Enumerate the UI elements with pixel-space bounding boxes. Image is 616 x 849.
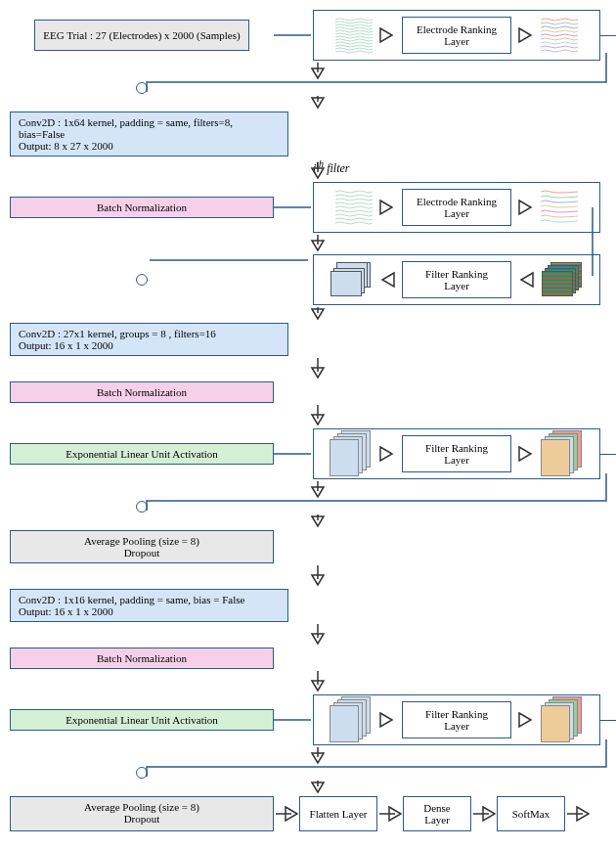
arrow-right-icon (378, 26, 396, 44)
arrow-down-icon (186, 565, 450, 587)
signal-in-icon (335, 17, 373, 54)
filter-stack-out-icon (541, 436, 584, 471)
conv-text: Conv2D : 27x1 kernel, groups = 8 , filte… (19, 328, 280, 339)
arrow-right-icon (517, 199, 535, 216)
eeg-trial-text: EEG Trial : 27 (Electrodes) x 2000 (Samp… (43, 29, 240, 41)
feedback-line (147, 258, 313, 270)
conv-text: Conv2D : 1x64 kernel, padding = same, fi… (19, 116, 280, 140)
electrode-rank-module-2: Electrode Ranking Layer (313, 182, 600, 233)
arrow-down-icon (186, 514, 450, 528)
arrow-left-icon (517, 271, 535, 289)
filter-stack-in-icon (330, 436, 373, 471)
arrow-down-icon (186, 235, 450, 252)
conv2d-3-block: Conv2D : 1x16 kernel, padding = same, bi… (10, 589, 288, 622)
arrow-right-icon (378, 199, 396, 216)
softmax-block: SoftMax (497, 796, 565, 831)
filter-rank-label: Filter Ranking Layer (402, 261, 511, 298)
arrow-down-icon (186, 405, 450, 426)
dropout-text: Dropout (19, 813, 265, 825)
arrow-down-icon (186, 307, 450, 321)
conv-out-text: Output: 8 x 27 x 2000 (19, 140, 280, 152)
connector (274, 16, 313, 55)
conv2d-1-block: Conv2D : 1x64 kernel, padding = same, fi… (10, 112, 288, 156)
conv-out-text: Output: 16 x 1 x 2000 (19, 339, 280, 351)
arrow-down-icon (186, 781, 450, 794)
signal-in-icon (335, 189, 373, 226)
conv-text: Conv2D : 1x16 kernel, padding = same, bi… (19, 594, 280, 605)
connector (587, 205, 598, 276)
arrow-left-icon (378, 271, 396, 289)
arrow-down-icon (186, 358, 450, 380)
filter-stack-out-icon (541, 702, 584, 737)
conv-out-text: Output: 16 x 1 x 2000 (19, 605, 280, 617)
conv2d-2-block: Conv2D : 27x1 kernel, groups = 8 , filte… (10, 323, 288, 356)
arrow-down-icon (186, 96, 450, 110)
arrow-right-icon (517, 711, 535, 729)
filter-rank-label: Filter Ranking Layer (402, 701, 511, 738)
arrow-right-icon (377, 796, 403, 831)
flatten-block: Flatten Layer (299, 796, 377, 831)
pool-text: Average Pooling (size = 8) (19, 801, 265, 813)
feedback-line (135, 739, 614, 779)
filter-rank-label: Filter Ranking Layer (402, 435, 511, 472)
arrow-right-icon (378, 445, 396, 463)
connector (274, 442, 313, 466)
batchnorm-2-block: Batch Normalization (10, 381, 274, 403)
feedback-line (135, 473, 614, 513)
avgpool-1-block: Average Pooling (size = 8) Dropout (10, 530, 274, 563)
merge-node (136, 274, 148, 286)
batchnorm-3-block: Batch Normalization (10, 648, 274, 669)
batchnorm-1-block: Batch Normalization (10, 197, 274, 218)
feedback-line (135, 53, 614, 94)
dropout-text: Dropout (19, 547, 265, 559)
signal-out-icon (541, 17, 578, 54)
electrode-rank-label: Electrode Ranking Layer (402, 17, 511, 54)
connector (274, 708, 313, 732)
connector (274, 196, 313, 219)
arrow-right-icon (378, 711, 396, 729)
arrow-down-icon (186, 624, 450, 646)
filter-stack-in-icon (541, 262, 584, 297)
filter-rank-module-2: Filter Ranking Layer (313, 428, 600, 479)
filter-rank-module-1: Filter Ranking Layer (313, 254, 600, 305)
filter-stack-in-icon (330, 702, 373, 737)
avgpool-2-block: Average Pooling (size = 8) Dropout (10, 796, 274, 831)
arrow-down-icon (186, 671, 450, 693)
arrow-right-icon (274, 796, 299, 831)
elu-2-block: Exponential Linear Unit Activation (10, 709, 274, 731)
elu-1-block: Exponential Linear Unit Activation (10, 443, 274, 465)
arrow-down-icon (186, 162, 450, 180)
arrow-right-icon (565, 796, 591, 831)
dense-block: Dense Layer (403, 796, 471, 831)
signal-out-icon (541, 189, 578, 226)
electrode-rank-label: Electrode Ranking Layer (402, 189, 511, 226)
pool-text: Average Pooling (size = 8) (19, 535, 265, 547)
eeg-trial-block: EEG Trial : 27 (Electrodes) x 2000 (Samp… (34, 20, 249, 51)
arrow-right-icon (517, 26, 535, 44)
arrow-right-icon (471, 796, 497, 831)
filter-stack-out-icon (330, 262, 373, 297)
arrow-right-icon (517, 445, 535, 463)
filter-rank-module-3: Filter Ranking Layer (313, 694, 600, 745)
